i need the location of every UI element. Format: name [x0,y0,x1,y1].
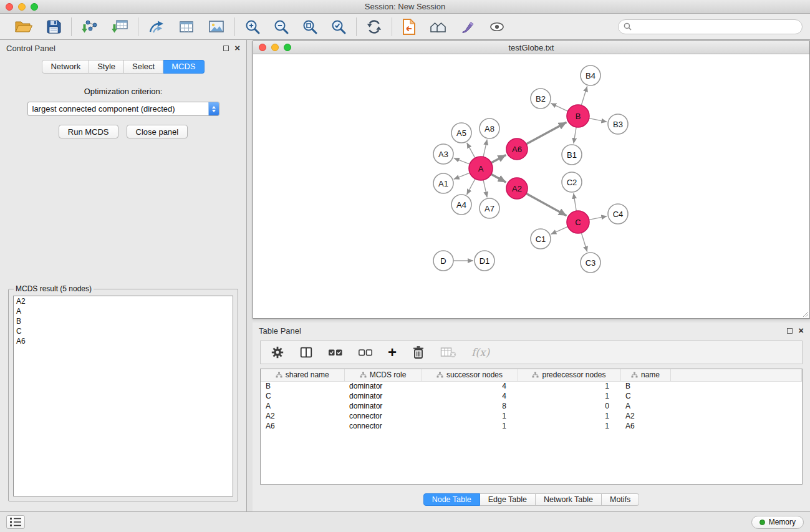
mcds-result-list[interactable]: A2ABCA6 [13,296,233,496]
tab-network[interactable]: Network [42,60,89,74]
table-row[interactable]: A2connector11A2 [261,411,802,421]
task-history-button[interactable] [6,515,25,529]
delete-table-button[interactable] [440,346,456,359]
network-zoom-traffic-light-icon[interactable] [284,44,291,51]
table-row[interactable]: Adominator80A [261,401,802,411]
edge-A2-C[interactable] [526,193,567,216]
graph-node-A1[interactable]: A1 [433,173,453,193]
network-minimize-traffic-light-icon[interactable] [271,44,279,51]
graph-node-B4[interactable]: B4 [581,65,600,85]
float-panel-icon[interactable] [223,46,229,51]
table-row[interactable]: A6connector11A6 [261,421,802,431]
network-close-traffic-light-icon[interactable] [259,44,266,51]
import-table-button[interactable] [111,19,128,35]
zoom-in-button[interactable] [244,19,261,35]
resize-grip-icon[interactable] [801,310,809,317]
edge-A-A2[interactable] [491,174,506,182]
graph-node-A6[interactable]: A6 [506,138,528,160]
close-panel-icon[interactable]: × [234,45,240,51]
deselect-all-button[interactable] [358,347,373,358]
zoom-traffic-light-icon[interactable] [31,3,38,11]
minimize-traffic-light-icon[interactable] [18,3,26,11]
graph-node-D[interactable]: D [433,251,453,271]
export-table-button[interactable] [178,19,195,35]
delete-rows-button[interactable] [412,345,425,360]
network-canvas[interactable]: AA1A2A3A4A5A6A7A8BB1B2B3B4CC1C2C3C4DD1 [253,54,809,318]
edge-A-A5[interactable] [467,143,475,158]
import-network-button[interactable] [81,19,99,35]
graph-node-C2[interactable]: C2 [562,172,582,192]
graph-node-A8[interactable]: A8 [480,118,499,138]
table-float-panel-icon[interactable] [787,328,793,334]
open-session-button[interactable] [14,19,33,35]
graph-node-B2[interactable]: B2 [531,89,551,109]
table-tab-network-table[interactable]: Network Table [536,493,602,506]
mcds-result-item[interactable]: A6 [14,336,233,346]
edge-C-C4[interactable] [589,216,607,220]
dropdown-stepper[interactable] [208,102,219,115]
table-tab-motifs[interactable]: Motifs [602,493,639,506]
graph-node-B1[interactable]: B1 [562,145,582,165]
table-row[interactable]: Bdominator41B [261,381,802,391]
edge-A-A4[interactable] [466,179,475,195]
graph-node-A[interactable]: A [469,157,493,180]
mcds-result-item[interactable]: B [14,316,233,326]
column-header-name[interactable]: name [620,369,670,381]
edge-B-B3[interactable] [589,118,607,122]
edge-B-B1[interactable] [574,127,576,143]
graph-node-C[interactable]: C [567,211,589,233]
refresh-layout-button[interactable] [366,19,382,35]
edge-B-B4[interactable] [581,86,587,105]
table-tab-node-table[interactable]: Node Table [423,493,480,506]
graph-node-D1[interactable]: D1 [475,251,494,271]
graph-node-A2[interactable]: A2 [506,178,528,199]
tab-select[interactable]: Select [124,60,163,74]
run-mcds-button[interactable]: Run MCDS [59,125,118,138]
open-report-button[interactable] [402,18,417,36]
criterion-dropdown[interactable]: largest connected component (directed) [27,102,219,116]
edge-A-A6[interactable] [491,155,506,163]
graph-node-A5[interactable]: A5 [451,123,471,143]
table-close-panel-icon[interactable]: × [798,327,804,334]
mcds-result-item[interactable]: A2 [14,296,233,306]
save-session-button[interactable] [46,19,62,35]
table-row[interactable]: Cdominator41C [261,391,802,401]
export-image-button[interactable] [208,19,225,35]
search-field[interactable] [618,19,803,34]
zoom-selected-button[interactable] [330,19,347,35]
close-panel-button[interactable]: Close panel [127,125,188,138]
function-builder-button[interactable]: f(x) [471,346,489,359]
edge-A-A3[interactable] [454,158,470,164]
select-all-button[interactable] [328,347,343,358]
graph-node-C1[interactable]: C1 [531,229,551,249]
tab-style[interactable]: Style [89,60,124,74]
table-settings-button[interactable] [271,346,284,359]
column-header-predecessor-nodes[interactable]: predecessor nodes [518,369,620,381]
add-row-button[interactable]: + [388,346,397,359]
graph-node-A3[interactable]: A3 [433,144,453,164]
edge-A-A8[interactable] [483,140,487,157]
tab-mcds[interactable]: MCDS [163,60,204,74]
table-tab-edge-table[interactable]: Edge Table [480,493,536,506]
graph-node-A7[interactable]: A7 [480,198,499,218]
column-header-shared-name[interactable]: shared name [261,369,344,381]
memory-button[interactable]: Memory [751,516,804,529]
edge-B-B2[interactable] [551,104,567,112]
close-traffic-light-icon[interactable] [6,3,13,11]
search-input[interactable] [635,22,797,31]
edge-A-A1[interactable] [454,173,470,179]
graph-node-A4[interactable]: A4 [451,195,471,215]
style-brush-button[interactable] [460,19,476,35]
edge-C-C3[interactable] [581,233,587,252]
mcds-result-item[interactable]: A [14,306,233,316]
edge-A-A7[interactable] [483,180,487,198]
graph-node-B[interactable]: B [567,105,589,127]
show-hide-button[interactable] [489,19,505,35]
preferred-layout-button[interactable] [429,19,448,35]
toggle-columns-button[interactable] [299,346,313,359]
edge-C-C2[interactable] [574,193,576,211]
zoom-fit-button[interactable] [302,19,318,35]
node-table-container[interactable]: shared nameMCDS rolesuccessor nodesprede… [260,369,803,485]
mcds-result-item[interactable]: C [14,326,233,336]
graph-node-C4[interactable]: C4 [608,204,628,224]
